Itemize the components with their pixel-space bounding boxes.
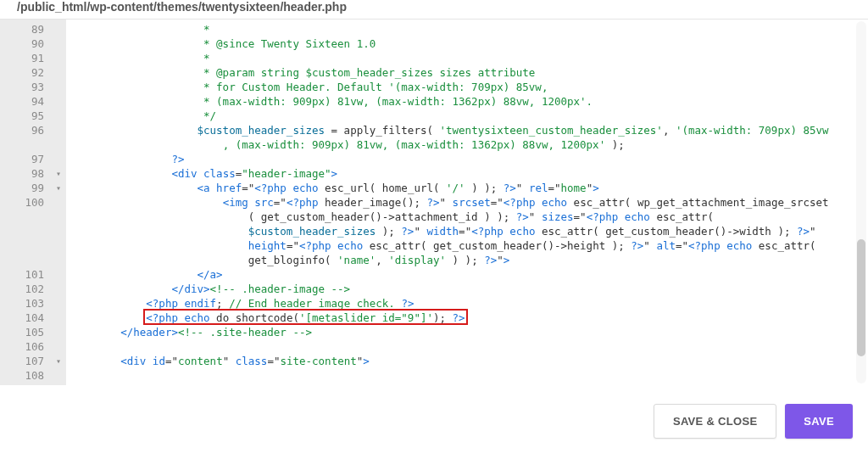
line-number: 107 [5,354,44,368]
code-line[interactable]: </header><!-- .site-header --> [70,325,868,339]
line-number: 104 [5,311,44,325]
fold-spacer [51,65,66,80]
fold-spacer [51,282,66,296]
line-number: 94 [5,94,44,109]
fold-spacer [51,311,66,325]
line-number [5,137,44,152]
fold-spacer [51,238,66,253]
vertical-scrollbar[interactable] [856,20,866,385]
fold-spacer [51,137,66,152]
fold-toggle-icon[interactable]: ▾ [51,354,66,368]
line-number: 99 [5,181,44,195]
fold-spacer [51,368,66,383]
line-number: 92 [5,65,44,80]
line-number: 93 [5,80,44,94]
line-number: 106 [5,339,44,354]
line-number: 95 [5,109,44,123]
fold-spacer [51,253,66,267]
line-number [5,253,44,267]
fold-spacer [51,210,66,224]
fold-spacer [51,22,66,36]
code-line[interactable]: get_bloginfo( 'name', 'display' ) ); ?>"… [70,253,868,267]
code-area[interactable]: * * @since Twenty Sixteen 1.0 * * @param… [66,20,868,385]
line-number: 103 [5,296,44,311]
code-line[interactable]: * for Custom Header. Default '(max-width… [70,80,868,94]
code-line[interactable]: </div><!-- .header-image --> [70,282,868,296]
line-number: 100 [5,195,44,210]
code-line[interactable]: $custom_header_sizes = apply_filters( 't… [70,123,868,137]
code-line[interactable]: * @param string $custom_header_sizes siz… [70,65,868,80]
line-number: 90 [5,36,44,51]
code-line[interactable]: <img src="<?php header_image(); ?>" srcs… [70,195,868,210]
fold-toggle-icon[interactable]: ▾ [51,166,66,181]
line-number [5,224,44,238]
fold-spacer [51,109,66,123]
line-number: 98 [5,166,44,181]
code-line[interactable]: ( get_custom_header()->attachment_id ) )… [70,210,868,224]
save-button[interactable]: SAVE [785,404,853,439]
line-number: 105 [5,325,44,339]
code-editor[interactable]: 8990919293949596979899100101102103104105… [0,19,868,385]
code-line[interactable]: * (max-width: 909px) 81vw, (max-width: 1… [70,94,868,109]
code-line[interactable]: height="<?php echo esc_attr( get_custom_… [70,238,868,253]
fold-spacer [51,36,66,51]
line-number: 96 [5,123,44,137]
fold-gutter[interactable]: ▾▾▾ [51,20,66,385]
code-line[interactable]: <?php endif; // End header image check. … [70,296,868,311]
code-line[interactable]: ?> [70,152,868,166]
line-number-gutter: 8990919293949596979899100101102103104105… [0,20,51,385]
fold-spacer [51,195,66,210]
editor-footer: SAVE & CLOSE SAVE [0,385,868,449]
code-line[interactable]: <div class="header-image"> [70,166,868,181]
fold-toggle-icon[interactable]: ▾ [51,181,66,195]
line-number: 101 [5,267,44,282]
code-line[interactable] [70,339,868,354]
code-line[interactable]: * @since Twenty Sixteen 1.0 [70,36,868,51]
line-number: 91 [5,51,44,65]
code-line[interactable]: , (max-width: 909px) 81vw, (max-width: 1… [70,137,868,152]
fold-spacer [51,152,66,166]
fold-spacer [51,94,66,109]
fold-spacer [51,267,66,282]
code-line[interactable]: <?php echo do_shortcode('[metaslider id=… [70,311,868,325]
fold-spacer [51,325,66,339]
fold-spacer [51,123,66,137]
save-close-button[interactable]: SAVE & CLOSE [654,404,776,439]
fold-spacer [51,80,66,94]
fold-spacer [51,296,66,311]
line-number: 97 [5,152,44,166]
fold-spacer [51,224,66,238]
code-line[interactable]: * [70,51,868,65]
scrollbar-thumb[interactable] [857,239,865,356]
code-line[interactable]: * [70,22,868,36]
code-line[interactable]: <div id="content" class="site-content"> [70,354,868,368]
line-number [5,238,44,253]
fold-spacer [51,339,66,354]
line-number: 89 [5,22,44,36]
fold-spacer [51,51,66,65]
line-number: 102 [5,282,44,296]
line-number: 108 [5,368,44,383]
code-line[interactable] [70,368,868,383]
code-line[interactable]: </a> [70,267,868,282]
code-line[interactable]: */ [70,109,868,123]
file-path: /public_html/wp-content/themes/twentysix… [0,0,868,19]
code-line[interactable]: <a href="<?php echo esc_url( home_url( '… [70,181,868,195]
code-line[interactable]: $custom_header_sizes ); ?>" width="<?php… [70,224,868,238]
line-number [5,210,44,224]
